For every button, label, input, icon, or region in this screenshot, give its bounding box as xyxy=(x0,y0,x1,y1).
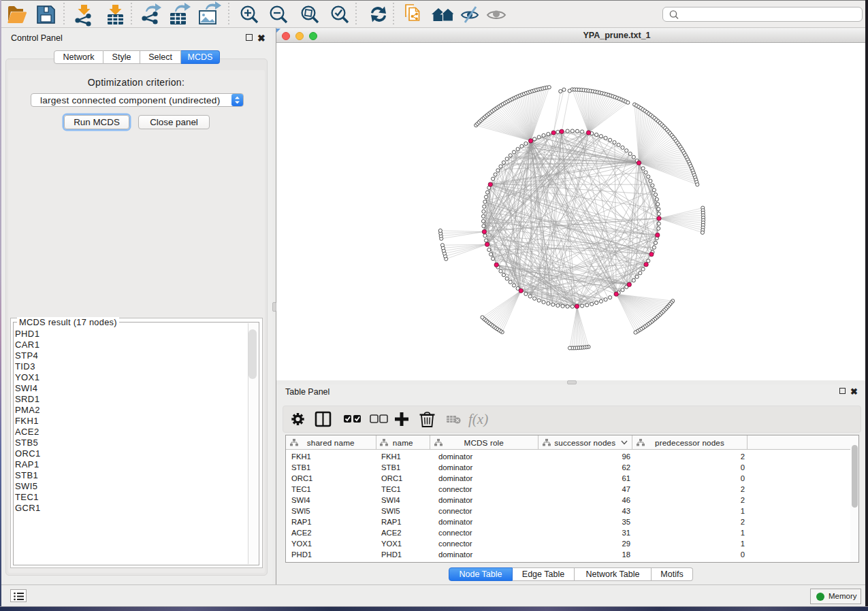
svg-text:f(x): f(x) xyxy=(468,411,488,427)
